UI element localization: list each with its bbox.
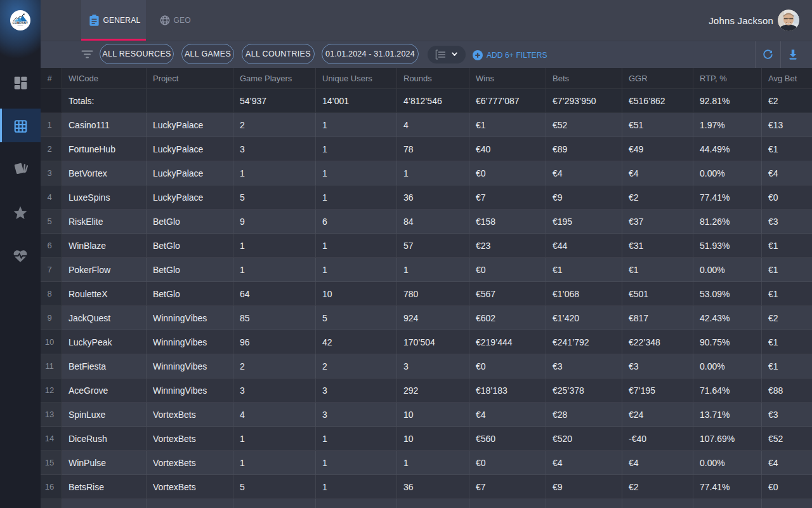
svg-text:COMPANY: COMPANY bbox=[13, 22, 28, 25]
